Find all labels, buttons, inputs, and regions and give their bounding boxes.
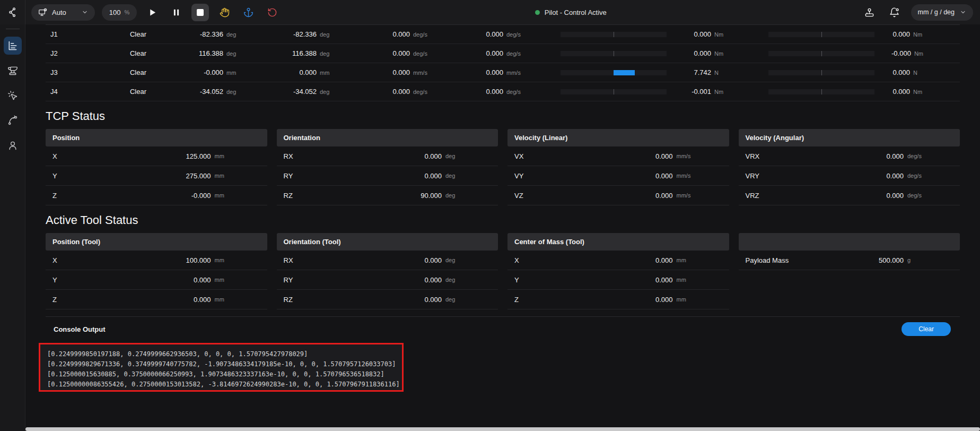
mode-dropdown[interactable]: Auto <box>31 4 95 21</box>
unit: Nm <box>913 31 941 38</box>
value: 0.000 <box>392 88 410 96</box>
sidebar-item-path[interactable] <box>4 111 22 130</box>
status-dot <box>535 10 540 15</box>
row-unit: deg <box>442 192 498 199</box>
joint-position-actual: -82.336deg <box>152 30 276 38</box>
row-unit: deg <box>442 153 498 159</box>
row-value: 0.000 <box>424 152 442 160</box>
row-value: 0.000 <box>886 172 904 180</box>
unit: mm <box>320 70 347 76</box>
joint-torque-bar <box>561 51 667 56</box>
value: 116.388 <box>199 49 223 57</box>
unit: deg/s <box>413 31 441 38</box>
sidebar-item-monitoring[interactable] <box>4 37 22 55</box>
joint-position-actual: 116.388deg <box>152 49 276 57</box>
sidebar-item-user[interactable] <box>4 136 22 154</box>
joint-velocity-actual: 0.000deg/s <box>370 88 463 96</box>
sidebar <box>0 24 25 431</box>
pause-button[interactable] <box>168 4 185 21</box>
row-label: RZ <box>284 192 421 200</box>
value: 0.000 <box>694 49 711 57</box>
row-unit: deg <box>442 173 498 179</box>
bell-notification-icon <box>889 7 899 18</box>
joint-force-bar <box>768 70 874 75</box>
tool-orientation-card: Orientation (Tool) RX0.000deg RY0.000deg… <box>277 233 498 309</box>
row-label: VY <box>514 172 655 180</box>
app-logo-icon <box>7 7 18 18</box>
console-clear-button[interactable]: Clear <box>902 322 951 336</box>
rotate-ccw-icon <box>267 7 277 18</box>
joint-torque-value: 0.000Nm <box>682 49 764 57</box>
console-line: [0.2249999850197188, 0.2749999662936503,… <box>47 349 402 359</box>
row-unit: deg/s <box>904 153 960 159</box>
unit: Nm <box>714 89 742 95</box>
unit: Nm <box>714 50 742 57</box>
tcp-position-card: Position X125.000mm Y275.000mm Z-0.000mm <box>46 129 267 205</box>
notifications-button[interactable] <box>886 4 903 21</box>
tool-position-card: Position (Tool) X100.000mm Y0.000mm Z0.0… <box>46 233 267 309</box>
console-line: [0.2249999829671336, 0.3749999740775782,… <box>47 359 402 369</box>
sidebar-item-tool[interactable] <box>4 62 22 80</box>
card-row: Z-0.000mm <box>46 186 267 205</box>
sidebar-divider <box>6 29 20 29</box>
joint-force-value: -0.000Nm <box>891 49 961 57</box>
stop-icon <box>197 9 204 16</box>
anvil-tool-icon <box>7 65 18 76</box>
sidebar-item-jog[interactable] <box>4 87 22 105</box>
reset-button[interactable] <box>264 4 281 21</box>
bar-center-tick <box>614 32 614 37</box>
unit: deg/s <box>506 50 534 57</box>
joint-clear-button[interactable]: Clear <box>130 30 146 38</box>
row-value: 0.000 <box>194 276 211 284</box>
row-unit: deg/s <box>904 192 960 199</box>
row-value: 0.000 <box>655 256 673 264</box>
row-value: 0.000 <box>655 152 673 160</box>
row-value: 0.000 <box>886 152 904 160</box>
joint-velocity-actual: 0.000deg/s <box>370 30 463 38</box>
row-value: 125.000 <box>186 152 211 160</box>
unit: deg <box>320 31 347 38</box>
joint-clear-button[interactable]: Clear <box>130 88 146 96</box>
unit: deg/s <box>506 89 534 95</box>
bar-center-tick <box>821 70 822 75</box>
joint-velocity-target: 0.000deg/s <box>463 49 556 57</box>
row-label: Z <box>514 296 655 304</box>
value: 0.000 <box>892 88 910 96</box>
tool-status-cards: Position (Tool) X100.000mm Y0.000mm Z0.0… <box>46 233 960 309</box>
joint-id: J2 <box>46 49 96 57</box>
row-unit: mm <box>211 192 267 199</box>
monitor-mode-icon <box>38 8 47 17</box>
row-unit: mm <box>673 257 729 263</box>
stop-button[interactable] <box>191 4 209 21</box>
units-dropdown[interactable]: mm / g / deg <box>911 4 973 21</box>
row-unit: mm <box>211 173 267 179</box>
value: 0.000 <box>486 68 503 76</box>
hand-guide-button[interactable] <box>216 4 233 21</box>
row-value: 500.000 <box>879 256 904 264</box>
row-unit: deg <box>442 277 498 283</box>
row-value: 0.000 <box>886 192 904 200</box>
row-value: 0.000 <box>655 172 673 180</box>
console-line: [0.125000015630885, 0.3750000066250993, … <box>47 369 402 380</box>
joint-torque-bar <box>561 32 667 37</box>
row-unit: mm <box>673 277 729 283</box>
joint-clear-button[interactable]: Clear <box>130 68 146 76</box>
value: 116.388 <box>292 49 317 57</box>
card-row: VRZ0.000deg/s <box>739 186 960 205</box>
anchor-button[interactable] <box>240 4 257 21</box>
unit: Nm <box>913 89 941 95</box>
card-row: Z0.000mm <box>508 290 729 309</box>
row-value: -0.000 <box>191 192 211 200</box>
joystick-button[interactable] <box>861 4 878 21</box>
tool-status-title: Active Tool Status <box>46 213 960 227</box>
speed-control[interactable]: 100 % <box>102 4 137 21</box>
value: -82.336 <box>200 30 223 38</box>
play-button[interactable] <box>144 4 161 21</box>
joint-clear-button[interactable]: Clear <box>130 49 146 57</box>
joint-torque-bar <box>561 89 667 94</box>
horizontal-scrollbar[interactable] <box>25 427 980 431</box>
row-label: Payload Mass <box>746 256 879 264</box>
joint-velocity-actual: 0.000deg/s <box>370 49 463 57</box>
app-logo[interactable] <box>0 0 25 24</box>
joint-position-actual: -34.052deg <box>152 88 276 96</box>
